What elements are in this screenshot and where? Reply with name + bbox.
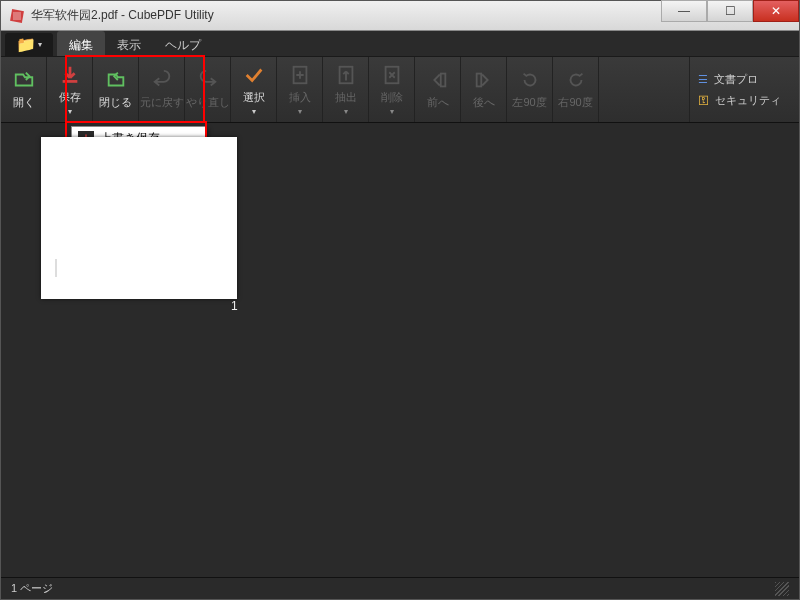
- app-window: 华军软件园2.pdf - CubePDF Utility ― ☐ ✕ 📁▾ 編集…: [0, 0, 800, 600]
- rotate-left-icon: [519, 69, 541, 91]
- svg-rect-6: [476, 74, 481, 87]
- file-menu-button[interactable]: 📁▾: [5, 33, 53, 56]
- doc-properties-button[interactable]: ☰ 文書プロ: [698, 72, 799, 87]
- cursor-mark: [55, 259, 57, 277]
- redo-button[interactable]: やり直し: [185, 57, 231, 122]
- chevron-down-icon: ▾: [344, 109, 348, 115]
- next-button[interactable]: 後へ: [461, 57, 507, 122]
- prev-icon: [427, 69, 449, 91]
- chevron-down-icon: ▾: [298, 109, 302, 115]
- toolbar: 開く 保存 ▾ 閉じる 元に戻す やり直し 選択 ▾ 挿入 ▾: [1, 57, 799, 123]
- svg-rect-1: [13, 12, 21, 20]
- chevron-down-icon: ▾: [390, 109, 394, 115]
- delete-icon: [381, 64, 403, 86]
- next-icon: [473, 69, 495, 91]
- insert-icon: [289, 64, 311, 86]
- insert-button[interactable]: 挿入 ▾: [277, 57, 323, 122]
- tab-view[interactable]: 表示: [105, 31, 153, 56]
- close-button[interactable]: ✕: [753, 0, 799, 22]
- menu-bar: 📁▾ 編集 表示 ヘルプ: [1, 31, 799, 57]
- open-icon: [13, 69, 35, 91]
- maximize-button[interactable]: ☐: [707, 0, 753, 22]
- page-number: 1: [231, 299, 238, 313]
- extract-icon: [335, 64, 357, 86]
- window-title: 华军软件园2.pdf - CubePDF Utility: [31, 7, 661, 24]
- undo-icon: [151, 69, 173, 91]
- folder-icon: 📁: [16, 35, 36, 54]
- open-button[interactable]: 開く: [1, 57, 47, 122]
- save-button[interactable]: 保存 ▾: [47, 57, 93, 122]
- delete-button[interactable]: 削除 ▾: [369, 57, 415, 122]
- save-icon: [59, 64, 81, 86]
- close-doc-button[interactable]: 閉じる: [93, 57, 139, 122]
- resize-grip[interactable]: [775, 582, 789, 596]
- svg-rect-5: [440, 74, 445, 87]
- app-icon: [9, 8, 25, 24]
- rotate-left-button[interactable]: 左90度: [507, 57, 553, 122]
- right-panel: ☰ 文書プロ ⚿ セキュリティ: [689, 57, 799, 122]
- status-text: 1 ページ: [11, 581, 53, 596]
- extract-button[interactable]: 抽出 ▾: [323, 57, 369, 122]
- list-icon: ☰: [698, 73, 708, 86]
- page-thumbnail-1[interactable]: [41, 137, 237, 299]
- rotate-right-button[interactable]: 右90度: [553, 57, 599, 122]
- select-icon: [243, 64, 265, 86]
- title-bar: 华军软件园2.pdf - CubePDF Utility ― ☐ ✕: [1, 1, 799, 31]
- tab-help[interactable]: ヘルプ: [153, 31, 213, 56]
- prev-button[interactable]: 前へ: [415, 57, 461, 122]
- status-bar: 1 ページ: [1, 577, 799, 599]
- key-icon: ⚿: [698, 94, 709, 106]
- tab-edit[interactable]: 編集: [57, 31, 105, 56]
- chevron-down-icon: ▾: [252, 109, 256, 115]
- close-doc-icon: [105, 69, 127, 91]
- content-area: 上書き保存 名前を付けて保存 1: [1, 123, 799, 577]
- undo-button[interactable]: 元に戻す: [139, 57, 185, 122]
- minimize-button[interactable]: ―: [661, 0, 707, 22]
- rotate-right-icon: [565, 69, 587, 91]
- window-buttons: ― ☐ ✕: [661, 1, 799, 30]
- security-button[interactable]: ⚿ セキュリティ: [698, 93, 799, 108]
- select-button[interactable]: 選択 ▾: [231, 57, 277, 122]
- chevron-down-icon: ▾: [38, 40, 42, 49]
- chevron-down-icon: ▾: [68, 109, 72, 115]
- redo-icon: [197, 69, 219, 91]
